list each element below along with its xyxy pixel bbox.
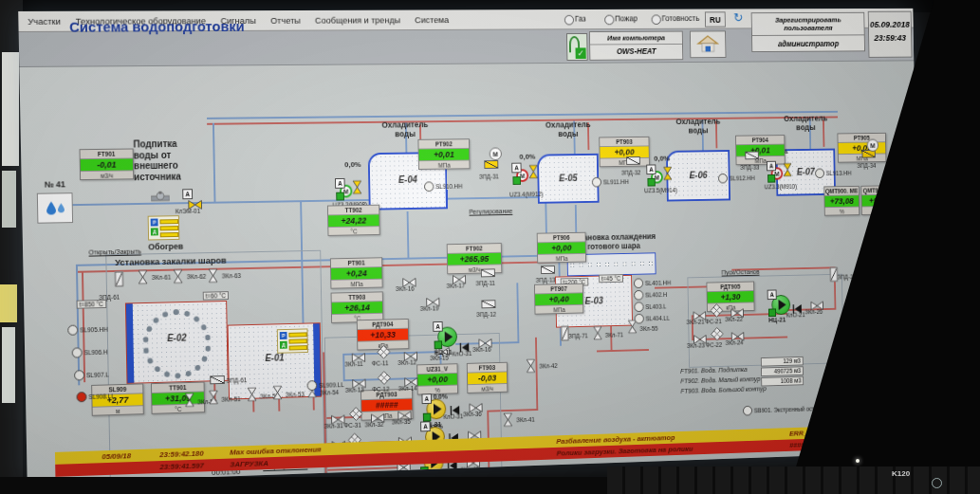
sensor-lamp [815,169,824,179]
sensor-label: SL912.HH [730,174,755,181]
pipe-segment [207,111,838,119]
valve-zkl-13[interactable] [352,375,365,385]
valve-zkl-26[interactable] [810,298,823,307]
motor-valve-indicator[interactable]: МА [771,167,784,179]
ball-ring [142,308,213,379]
radio-circle[interactable] [743,406,752,416]
water-drop-icon [46,201,55,214]
actuator-valve-zpd-61[interactable] [115,271,123,286]
logitech-logo [932,478,942,488]
pump-impeller-icon [778,300,786,311]
label-zkl-71: ЗКл-71 [605,332,623,339]
scada-screen: Участки Технологическое оборудование Сиг… [18,9,920,484]
total-row: FT903. Вода. Большой контур 1008 м3 [680,378,767,397]
flowmeter-icon [151,192,170,205]
valve-zkl-31[interactable] [331,412,344,421]
instrument-rt904: РТ904+0,01МПа [735,135,786,165]
home-button[interactable] [690,30,727,58]
sensor-sl401-hh: SL401.HH [634,278,671,288]
valve-motor[interactable] [356,180,365,194]
motor-valve-indicator[interactable]: МА [516,169,528,182]
instrument-unit: МПа [601,158,649,166]
datetime-panel: 05.09.2018 23:59:43 [868,11,913,58]
actuator-valve-zpd-61[interactable] [210,375,225,384]
valve-motor[interactable] [786,163,795,176]
instrument-rt901: РТ901+0,24МПа [330,257,383,288]
valve-motor[interactable] [667,167,675,180]
auto-badge: А [767,161,776,172]
actuator-valve-zpd-31[interactable] [484,160,498,169]
sensor-label: SL404.LL [646,315,671,321]
valve-zkl-41[interactable] [507,412,516,427]
current-user-label: администратор [752,35,864,52]
label-pusk-ostanov[interactable]: Пуск/Останов [721,268,759,277]
motor-valve-indicator[interactable]: МА [651,171,663,184]
actuator-valve-zpd-11[interactable] [481,268,495,277]
register-user-button[interactable]: Зарегистрировать пользователя [752,13,864,36]
menu-item-uchastki[interactable]: Участки [28,16,61,27]
pipe-segment [207,117,838,125]
sensor-lamp [635,314,644,324]
sensor-sl403-l: SL403.L [634,302,666,312]
valve-zkl-42[interactable] [529,358,539,373]
motor-valve-indicator[interactable]: М [867,139,879,152]
valve-zkl-16[interactable] [402,274,416,284]
valve-zkl-17[interactable] [453,271,466,281]
valve-zkl-36[interactable] [469,399,482,409]
valve-zkl-23[interactable] [693,331,707,340]
label-zkl-24: ЗКл-24 [726,339,744,347]
label-zkl-14: ЗКл-14 [398,385,417,393]
computer-name-value: OWS-HEAT [590,45,682,58]
register-user-panel: Зарегистрировать пользователя администра… [751,12,865,52]
valve-zkl-62[interactable] [177,269,187,284]
valve-zkl-12[interactable] [404,348,417,357]
label-zkl-36: ЗКл-36 [463,411,482,418]
valve-zkl-32[interactable] [371,410,384,419]
valve-zkl-22[interactable] [730,305,744,315]
pump-impeller-icon [445,331,453,342]
valve-motor[interactable] [532,165,542,179]
label-zkl-16: ЗКл-16 [396,285,415,293]
instrument-value: +0,01 [736,145,785,157]
actuator-valve-zpd-13[interactable] [541,265,555,274]
valve-zkl-63[interactable] [212,268,221,283]
vessel-e-02: Е-02 [125,301,229,384]
label-regulirovanie[interactable]: Регулирование [469,208,512,216]
ready-radio[interactable] [652,14,661,25]
actuator-valve-zpd-32[interactable] [626,156,640,165]
label-otkryt-zakryt[interactable]: Открыть/Закрыть [88,248,141,257]
pipe-segment [597,349,649,352]
valve-zkl-38[interactable] [468,427,481,436]
valve-zkl-61[interactable] [141,270,151,284]
actuator-valve-zpd-33[interactable] [745,152,759,160]
label-zpd-32: ЗПД-32 [621,169,641,175]
valve-zkl-21[interactable] [693,307,706,317]
menu-item-reports[interactable]: Отчеты [270,15,301,26]
label-0-0: 0,0% [344,160,361,169]
valve-zkl-35[interactable] [398,407,411,416]
label-zkl-61: ЗКл-61 [152,274,172,282]
valve-zkl-19[interactable] [426,294,439,303]
actuator-valve-zpd-12[interactable] [481,300,495,308]
fire-radio[interactable] [604,15,614,26]
valve-zkl-16[interactable] [478,335,491,344]
p-badge: Р [280,332,287,339]
valve-zkl-14[interactable] [404,374,417,383]
label-zkl-63: ЗКл-63 [222,272,241,280]
water-source-icon [37,192,73,224]
motor-valve-indicator[interactable]: МА [340,185,353,198]
gas-radio[interactable] [564,15,574,26]
label-obogrev: Обогрев [148,242,183,252]
refresh-icon[interactable]: ↻ [730,10,747,27]
language-button[interactable]: RU [705,11,726,27]
menu-item-system[interactable]: Система [415,14,449,25]
power-led [856,459,860,463]
valve-zkl-24[interactable] [731,328,745,338]
valve-zkl-11[interactable] [352,349,365,358]
total-value: 129 м3 [761,357,804,367]
motor-valve-indicator[interactable]: М [490,147,502,160]
total-label: FT903. Вода. Большой контур [680,385,766,393]
instrument-rt907: РТ907+0,40МПа [534,284,583,315]
menu-item-messages-trends[interactable]: Сообщения и тренды [315,15,400,26]
instrument-unit: % [825,208,860,215]
